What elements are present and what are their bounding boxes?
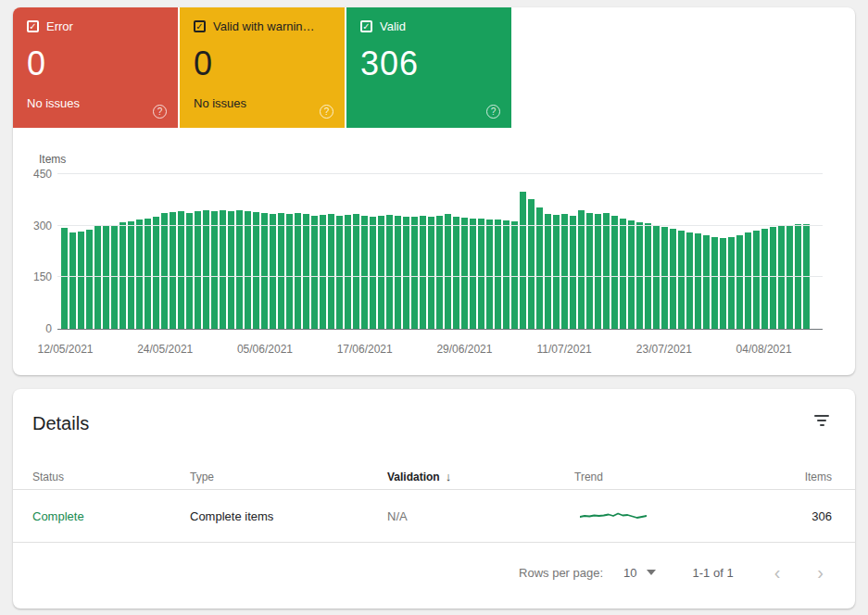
chart-bar[interactable] <box>670 229 676 329</box>
chart-bar[interactable] <box>353 214 359 329</box>
chart-bar[interactable] <box>94 226 101 329</box>
chart-bar[interactable] <box>186 213 193 329</box>
column-header-validation[interactable]: Validation ↓ <box>387 470 574 483</box>
chart-bar[interactable] <box>253 212 259 329</box>
chart-bar[interactable] <box>153 217 159 329</box>
chart-bar[interactable] <box>695 233 701 329</box>
chart-bar[interactable] <box>61 228 68 329</box>
checkbox-icon[interactable]: ✓ <box>360 20 372 32</box>
chart-bar[interactable] <box>228 211 234 329</box>
chart-bar[interactable] <box>386 215 393 329</box>
chart-bar[interactable] <box>69 232 76 329</box>
chart-bar[interactable] <box>686 232 693 329</box>
chart-bar[interactable] <box>136 220 143 329</box>
error-status-card[interactable]: ✓ Error 0 No issues ? <box>13 7 178 128</box>
chart-bar[interactable] <box>170 212 176 329</box>
chart-bar[interactable] <box>303 214 309 329</box>
valid-with-warnings-status-card[interactable]: ✓ Valid with warnin… 0 No issues ? <box>180 7 345 128</box>
chart-bar[interactable] <box>361 216 368 329</box>
chart-bar[interactable] <box>478 219 484 329</box>
chart-bar[interactable] <box>336 216 343 329</box>
chart-bar[interactable] <box>295 213 301 329</box>
chart-bar[interactable] <box>528 199 535 329</box>
column-header-items[interactable]: Items <box>758 471 832 483</box>
next-page-button[interactable]: › <box>817 563 824 582</box>
chart-bar[interactable] <box>711 237 718 329</box>
chart-bar[interactable] <box>403 217 409 329</box>
help-icon[interactable]: ? <box>153 105 167 119</box>
chart-bar[interactable] <box>345 215 351 329</box>
chart-bar[interactable] <box>486 220 493 329</box>
chart-bar[interactable] <box>411 217 418 329</box>
chart-bar[interactable] <box>320 215 326 329</box>
chart-bar[interactable] <box>770 227 776 329</box>
chart-bar[interactable] <box>128 221 134 329</box>
chart-bar[interactable] <box>461 218 468 329</box>
chart-bar[interactable] <box>678 231 685 329</box>
help-icon[interactable]: ? <box>320 105 333 119</box>
chart-bar[interactable] <box>445 214 451 329</box>
chart-bar[interactable] <box>570 216 576 329</box>
chart-bar[interactable] <box>545 214 551 329</box>
chart-bar[interactable] <box>753 231 760 329</box>
chart-bar[interactable] <box>245 211 251 329</box>
chart-bar[interactable] <box>745 232 751 329</box>
chart-bar[interactable] <box>236 210 243 329</box>
column-header-type[interactable]: Type <box>190 471 387 483</box>
chart-bar[interactable] <box>261 213 268 329</box>
chart-bar[interactable] <box>270 214 276 329</box>
chart-bar[interactable] <box>211 211 218 329</box>
checkbox-icon[interactable]: ✓ <box>27 20 39 32</box>
chart-bar[interactable] <box>736 235 743 329</box>
column-header-status[interactable]: Status <box>32 471 190 483</box>
table-row[interactable]: Complete Complete items N/A 306 <box>13 490 855 543</box>
help-icon[interactable]: ? <box>486 105 500 119</box>
chart-bar[interactable] <box>428 217 434 329</box>
chart-bar[interactable] <box>78 232 84 329</box>
chart-bar[interactable] <box>536 207 543 329</box>
row-status-link[interactable]: Complete <box>32 509 190 523</box>
chart-bar[interactable] <box>503 220 509 329</box>
chart-bar[interactable] <box>311 216 318 329</box>
valid-status-card[interactable]: ✓ Valid 306 ? <box>346 7 511 128</box>
chart-bar[interactable] <box>328 214 334 329</box>
chart-bar[interactable] <box>661 227 668 329</box>
chart-bar[interactable] <box>436 216 443 329</box>
chart-bar[interactable] <box>561 214 568 329</box>
chart-bar[interactable] <box>286 214 293 329</box>
chart-bar[interactable] <box>161 213 168 329</box>
chart-bar[interactable] <box>595 214 601 329</box>
chart-bar[interactable] <box>553 215 560 329</box>
checkbox-icon[interactable]: ✓ <box>194 20 206 32</box>
chart-bar[interactable] <box>220 210 226 329</box>
chart-bar[interactable] <box>520 192 526 329</box>
chart-bar[interactable] <box>86 230 93 329</box>
chart-bar[interactable] <box>203 210 209 329</box>
chart-bar[interactable] <box>470 219 476 329</box>
chart-bar[interactable] <box>603 213 610 329</box>
chart-bar[interactable] <box>420 216 426 329</box>
filter-icon[interactable] <box>811 411 833 430</box>
chart-bar[interactable] <box>611 216 618 329</box>
chart-bar[interactable] <box>511 221 518 329</box>
chart-bar[interactable] <box>586 213 593 329</box>
chart-bar[interactable] <box>370 217 376 329</box>
chart-bar[interactable] <box>628 220 635 329</box>
chart-bar[interactable] <box>195 211 201 329</box>
chart-bar[interactable] <box>378 216 384 329</box>
chart-bar[interactable] <box>395 216 401 329</box>
previous-page-button[interactable]: ‹ <box>774 563 781 582</box>
chart-bar[interactable] <box>720 238 726 329</box>
chart-bar[interactable] <box>728 237 735 329</box>
chart-bar[interactable] <box>620 219 626 329</box>
chart-bar[interactable] <box>578 210 585 329</box>
chart-bar[interactable] <box>278 213 284 329</box>
chart-bar[interactable] <box>178 211 184 329</box>
chart-bar[interactable] <box>761 229 768 329</box>
chart-bar[interactable] <box>145 219 151 329</box>
rows-per-page-select[interactable]: 10 <box>623 566 655 580</box>
chart-bar[interactable] <box>703 235 710 329</box>
chart-bar[interactable] <box>495 220 501 329</box>
column-header-trend[interactable]: Trend <box>574 471 758 483</box>
chart-bar[interactable] <box>453 217 459 329</box>
